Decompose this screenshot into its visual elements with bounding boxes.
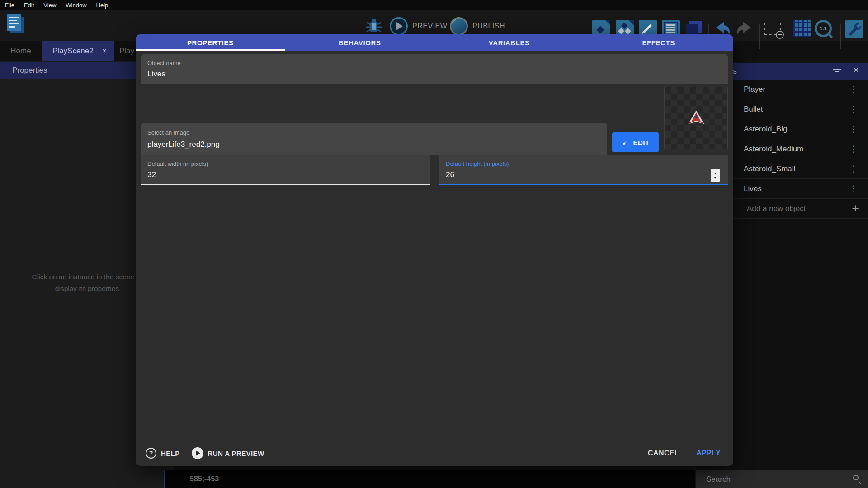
publish-globe-icon	[450, 17, 468, 35]
menu-view[interactable]: View	[43, 2, 56, 9]
zoom-1-1-icon[interactable]: 1:1	[815, 20, 833, 38]
properties-panel-title: Properties	[12, 66, 47, 75]
menu-window[interactable]: Window	[66, 2, 86, 9]
select-image-value: playerLife3_red2.png	[147, 140, 220, 149]
default-height-field[interactable]: Default height (in pixels) 26 ▲ ▼	[439, 155, 728, 185]
preview-label: PREVIEW	[412, 22, 447, 30]
objects-search-bar	[696, 470, 868, 488]
run-a-preview-button[interactable]: RUN A PREVIEW	[192, 447, 264, 459]
object-name-label: Object name	[147, 60, 181, 66]
menu-bar: File Edit View Window Help	[0, 0, 868, 10]
settings-wrench-icon[interactable]	[845, 20, 863, 38]
tab-home[interactable]: Home	[0, 41, 42, 61]
object-menu-icon[interactable]: ⋮	[849, 84, 858, 94]
default-width-field[interactable]: Default width (in pixels) 32	[141, 155, 430, 185]
tab-home-label: Home	[10, 47, 31, 56]
tab-behaviors[interactable]: BEHAVIORS	[285, 34, 435, 51]
default-width-value: 32	[147, 170, 156, 179]
tab-variables[interactable]: VARIABLES	[434, 34, 584, 51]
tab-close-icon[interactable]: ×	[102, 47, 107, 56]
object-name-value: Lives	[147, 70, 165, 79]
object-menu-icon[interactable]: ⋮	[849, 124, 858, 134]
ship-sprite-icon	[687, 109, 706, 127]
zoom-ratio-label: 1:1	[820, 26, 827, 31]
cancel-button[interactable]: CANCEL	[648, 449, 679, 457]
scene-status-bar: 585;-453	[164, 470, 695, 488]
tab-next-label: Play	[119, 47, 134, 56]
publish-button[interactable]: PUBLISH	[450, 16, 505, 36]
edit-image-button[interactable]: EDIT	[612, 132, 659, 152]
project-manager-icon-front	[7, 14, 21, 31]
tab-playscene2[interactable]: PlayScene2 ×	[42, 41, 114, 61]
object-menu-icon[interactable]: ⋮	[849, 183, 858, 194]
help-icon: ?	[146, 448, 156, 459]
project-manager-icon[interactable]	[6, 14, 24, 34]
selection-mask-icon[interactable]	[764, 20, 782, 38]
object-menu-icon[interactable]: ⋮	[849, 144, 858, 154]
help-button[interactable]: ? HELP	[146, 448, 180, 459]
menu-file[interactable]: File	[5, 2, 14, 9]
apply-button[interactable]: APPLY	[696, 449, 721, 457]
select-image-label: Select an image	[147, 129, 189, 136]
search-input[interactable]	[696, 470, 868, 488]
plus-icon: +	[852, 202, 859, 216]
tab-effects[interactable]: EFFECTS	[584, 34, 734, 51]
image-preview-thumbnail	[664, 87, 728, 149]
tab-properties[interactable]: PROPERTIES	[136, 34, 285, 51]
preview-play-icon	[390, 17, 408, 35]
grid-icon[interactable]	[793, 20, 811, 38]
dialog-footer: ? HELP RUN A PREVIEW CANCEL APPLY	[146, 445, 721, 461]
object-menu-icon[interactable]: ⋮	[849, 164, 858, 174]
brush-icon	[621, 139, 629, 146]
stepper-down-icon[interactable]: ▼	[714, 176, 717, 179]
gdevelop-window: File Edit View Window Help PREVIEW PUBLI…	[0, 0, 868, 488]
menu-edit[interactable]: Edit	[24, 2, 34, 9]
dialog-tab-bar: PROPERTIES BEHAVIORS VARIABLES EFFECTS	[136, 34, 733, 51]
search-icon	[853, 474, 862, 483]
debugger-bug-icon[interactable]	[364, 16, 384, 36]
menu-help[interactable]: Help	[96, 2, 108, 9]
stepper-up-icon[interactable]: ▲	[714, 172, 717, 175]
edit-button-label: EDIT	[633, 139, 649, 146]
cursor-coordinates: 585;-453	[190, 475, 219, 483]
toolbar-separator	[760, 24, 760, 49]
object-name-field[interactable]: Object name Lives	[141, 54, 728, 84]
redo-icon[interactable]	[736, 20, 754, 38]
play-icon	[192, 447, 203, 459]
height-stepper[interactable]: ▲ ▼	[711, 169, 720, 182]
close-panel-icon[interactable]: ×	[854, 65, 859, 75]
default-height-label: Default height (in pixels)	[446, 160, 509, 167]
toolbar-separator	[840, 24, 841, 49]
tab-playscene2-label: PlayScene2	[52, 47, 94, 56]
default-height-value: 26	[446, 170, 454, 179]
preview-button[interactable]: PREVIEW	[390, 16, 447, 36]
select-image-field[interactable]: Select an image playerLife3_red2.png	[141, 123, 607, 155]
object-menu-icon[interactable]: ⋮	[849, 104, 858, 114]
object-properties-dialog: PROPERTIES BEHAVIORS VARIABLES EFFECTS O…	[136, 34, 733, 466]
filter-icon[interactable]	[832, 67, 842, 75]
publish-label: PUBLISH	[472, 22, 505, 30]
default-width-label: Default width (in pixels)	[147, 160, 208, 167]
